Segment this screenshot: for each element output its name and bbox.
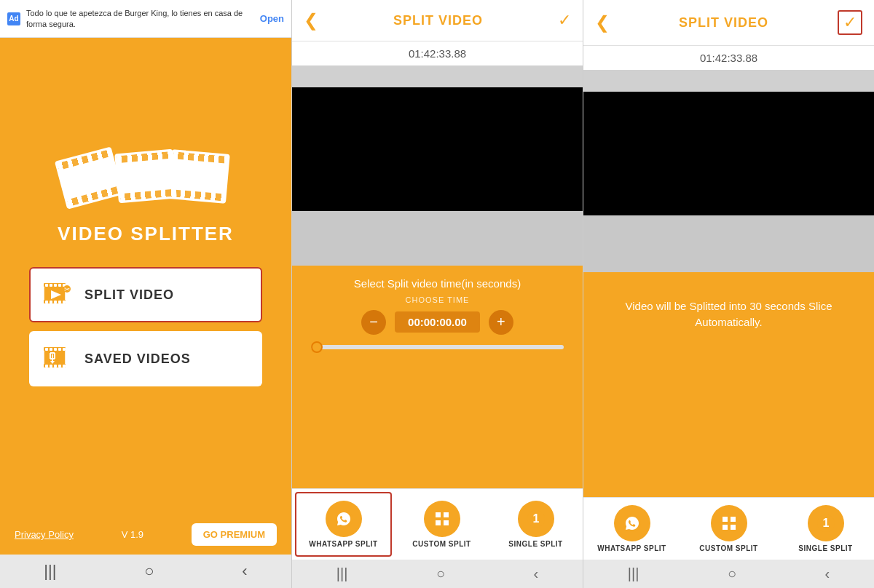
custom-tab-label-3: CUSTOM SPLIT [699, 544, 757, 552]
timestamp-2: 01:42:33.88 [292, 41, 583, 65]
home-icon-3[interactable]: ○ [728, 565, 736, 582]
svg-rect-46 [731, 517, 736, 522]
svg-rect-20 [50, 348, 52, 351]
svg-text:1: 1 [532, 512, 539, 525]
split-options-2: Select Split video time(in seconds) CHOO… [292, 266, 583, 489]
whatsapp-split-tab-2[interactable]: WHATSAPP SPLIT [295, 492, 392, 557]
svg-rect-39 [436, 520, 441, 525]
bottom-bar: Privacy Policy V 1.9 GO PREMIUM [0, 514, 291, 555]
check-button-2[interactable]: ✓ [558, 11, 571, 30]
whatsapp-tab-label-2: WHATSAPP SPLIT [309, 540, 377, 548]
svg-rect-4 [50, 284, 52, 287]
svg-rect-5 [54, 284, 57, 287]
svg-rect-48 [731, 525, 736, 530]
saved-videos-button[interactable]: SAVED VIDEOS [29, 331, 262, 386]
split-video-panel-3: ❮ SPLIT VIDEO ✓ 01:42:33.88 Video will b… [583, 0, 874, 588]
split-tabs-3: WHATSAPP SPLIT CUSTOM SPLIT 1 [583, 497, 874, 560]
custom-split-tab-3[interactable]: CUSTOM SPLIT [680, 498, 777, 560]
nav-bar-1: ||| ○ ‹ [0, 555, 291, 588]
timestamp-3: 01:42:33.88 [583, 46, 874, 70]
whatsapp-icon-3 [614, 505, 650, 541]
split-video-label: SPLIT VIDEO [84, 287, 174, 303]
film-strip-2 [114, 149, 177, 204]
back-button-2[interactable]: ❮ [304, 10, 318, 31]
check-button-3[interactable]: ✓ [838, 10, 862, 35]
saved-videos-icon [42, 343, 74, 375]
custom-icon-2 [424, 501, 460, 537]
film-strips: ✂ [71, 151, 220, 201]
back-button-3[interactable]: ❮ [595, 12, 610, 33]
privacy-link[interactable]: Privacy Policy [15, 529, 74, 540]
minus-button[interactable]: − [361, 310, 386, 335]
grey-bottom-2 [292, 211, 583, 266]
menu-section: ✂ SPLIT VIDEO [15, 267, 277, 386]
svg-text:✂: ✂ [64, 285, 70, 293]
home-icon[interactable]: ○ [144, 562, 154, 581]
custom-tab-label-2: CUSTOM SPLIT [412, 540, 471, 548]
auto-split-area: Video will be Splitted into 30 seconds S… [583, 272, 874, 498]
saved-videos-label: SAVED VIDEOS [84, 351, 191, 367]
back-icon[interactable]: ‹ [242, 562, 247, 581]
svg-rect-6 [58, 284, 61, 287]
video-preview-3 [583, 70, 874, 272]
svg-rect-19 [45, 348, 48, 351]
nav-bar-3: ||| ○ ‹ [583, 560, 874, 588]
svg-rect-21 [54, 348, 57, 351]
single-split-tab-2[interactable]: 1 SINGLE SPLIT [489, 489, 583, 560]
grey-top-2 [292, 65, 583, 87]
time-picker-row: − 00:00:00.00 + [304, 310, 571, 335]
menu-icon-3[interactable]: ||| [628, 565, 639, 582]
ad-open-button[interactable]: Open [260, 13, 284, 24]
grey-bottom-3 [583, 215, 874, 272]
split-header-3: ❮ SPLIT VIDEO ✓ [583, 0, 874, 46]
custom-split-tab-2[interactable]: CUSTOM SPLIT [395, 489, 489, 560]
film-strip-1 [55, 146, 124, 209]
back-icon-3[interactable]: ‹ [825, 565, 830, 582]
version-text: V 1.9 [122, 529, 143, 540]
svg-rect-47 [723, 525, 728, 530]
hero-area: ✂ VIDEO SPLITTER [0, 38, 291, 514]
ad-text: Todo lo que te apetezca de Burger King, … [26, 8, 253, 29]
choose-time-label: CHOOSE TIME [304, 295, 571, 304]
svg-rect-45 [723, 517, 728, 522]
menu-icon-2[interactable]: ||| [336, 565, 348, 582]
svg-rect-40 [444, 520, 449, 525]
grey-top-3 [583, 70, 874, 92]
time-display: 00:00:00.00 [395, 311, 480, 333]
black-video-3 [583, 92, 874, 215]
menu-icon[interactable]: ||| [44, 562, 56, 581]
single-tab-label-2: SINGLE SPLIT [508, 540, 562, 548]
back-icon-2[interactable]: ‹ [534, 565, 539, 582]
split-tabs-2: WHATSAPP SPLIT CUSTOM SPLIT 1 [292, 488, 583, 560]
premium-button[interactable]: GO PREMIUM [192, 523, 277, 546]
custom-icon-3 [711, 505, 747, 541]
svg-rect-26 [54, 365, 57, 368]
svg-rect-24 [45, 365, 48, 368]
whatsapp-tab-label-3: WHATSAPP SPLIT [597, 544, 666, 552]
nav-bar-2: ||| ○ ‹ [292, 560, 583, 588]
split-video-button[interactable]: ✂ SPLIT VIDEO [29, 267, 262, 322]
single-icon-2: 1 [518, 501, 554, 537]
svg-rect-27 [58, 365, 61, 368]
svg-text:1: 1 [822, 517, 829, 529]
whatsapp-split-tab-3[interactable]: WHATSAPP SPLIT [583, 498, 680, 560]
svg-rect-28 [63, 365, 66, 368]
svg-rect-9 [50, 301, 52, 303]
svg-rect-11 [58, 301, 61, 303]
split-title-2: SPLIT VIDEO [393, 13, 483, 28]
ad-banner: Ad Todo lo que te apetezca de Burger Kin… [0, 0, 291, 38]
single-icon-3: 1 [808, 505, 844, 541]
select-split-text: Select Split video time(in seconds) [304, 277, 571, 290]
split-header-2: ❮ SPLIT VIDEO ✓ [292, 0, 583, 41]
plus-button[interactable]: + [489, 310, 513, 335]
home-icon-2[interactable]: ○ [436, 565, 445, 582]
single-split-tab-3[interactable]: 1 SINGLE SPLIT [777, 498, 874, 560]
main-app-panel: Ad Todo lo que te apetezca de Burger Kin… [0, 0, 291, 588]
black-video-2 [292, 87, 583, 211]
timeline-bar[interactable] [311, 345, 564, 349]
timeline-dot[interactable] [311, 341, 323, 353]
svg-rect-12 [63, 301, 66, 303]
split-video-icon: ✂ [42, 279, 74, 311]
svg-rect-3 [45, 284, 48, 287]
auto-split-text: Video will be Splitted into 30 seconds S… [595, 284, 862, 346]
